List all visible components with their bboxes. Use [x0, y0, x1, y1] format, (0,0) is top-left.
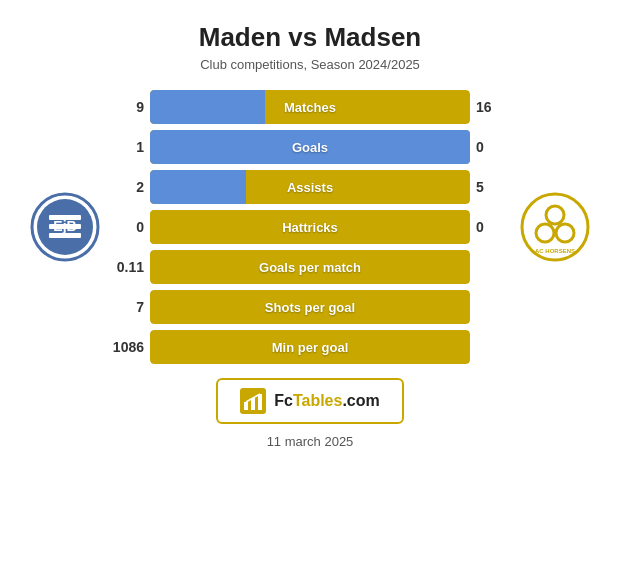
stat-row-goals: 1Goals0 — [110, 130, 510, 164]
fctables-label: FcTables.com — [274, 392, 380, 410]
stat-label-text: Min per goal — [272, 340, 349, 355]
stat-row-assists: 2Assists5 — [110, 170, 510, 204]
svg-text:AC HORSENS: AC HORSENS — [535, 248, 575, 254]
stat-left-num: 1 — [110, 139, 150, 155]
stat-row-shots-per-goal: 7Shots per goal — [110, 290, 510, 324]
stat-bar: Min per goal — [150, 330, 470, 364]
ejb-logo-svg: EjB — [29, 191, 101, 263]
stat-bar: Matches — [150, 90, 470, 124]
stat-bar: Shots per goal — [150, 290, 470, 324]
stat-right-num: 0 — [470, 219, 510, 235]
svg-rect-13 — [244, 402, 248, 410]
stat-row-hattricks: 0Hattricks0 — [110, 210, 510, 244]
stat-label-text: Shots per goal — [265, 300, 355, 315]
stat-bar: Goals per match — [150, 250, 470, 284]
stat-bar: Assists — [150, 170, 470, 204]
stat-bar-fill — [150, 90, 265, 124]
svg-rect-15 — [258, 394, 262, 410]
stat-bar: Hattricks — [150, 210, 470, 244]
stat-label-text: Hattricks — [282, 220, 338, 235]
stat-label-text: Goals — [292, 140, 328, 155]
svg-text:EjB: EjB — [53, 218, 76, 234]
stat-label-text: Assists — [287, 180, 333, 195]
main-section: EjB 9Matches161Goals02Assists50Hattricks… — [20, 90, 600, 364]
stat-left-num: 1086 — [110, 339, 150, 355]
stat-label-text: Matches — [284, 100, 336, 115]
stat-bar: Goals — [150, 130, 470, 164]
stat-bar-fill — [150, 170, 246, 204]
stat-left-num: 7 — [110, 299, 150, 315]
date-label: 11 march 2025 — [267, 434, 354, 449]
subtitle: Club competitions, Season 2024/2025 — [200, 57, 420, 72]
stats-column: 9Matches161Goals02Assists50Hattricks00.1… — [110, 90, 510, 364]
left-team-logo: EjB — [20, 191, 110, 263]
stat-left-num: 2 — [110, 179, 150, 195]
stat-row-goals-per-match: 0.11Goals per match — [110, 250, 510, 284]
fctables-box: FcTables.com — [216, 378, 404, 424]
stat-right-num: 16 — [470, 99, 510, 115]
svg-rect-14 — [251, 398, 255, 410]
stat-left-num: 0.11 — [110, 259, 150, 275]
stat-right-num: 0 — [470, 139, 510, 155]
page-title: Maden vs Madsen — [199, 22, 422, 53]
stat-row-min-per-goal: 1086Min per goal — [110, 330, 510, 364]
stat-left-num: 9 — [110, 99, 150, 115]
fctables-icon — [240, 388, 266, 414]
stat-right-num: 5 — [470, 179, 510, 195]
stat-label-text: Goals per match — [259, 260, 361, 275]
stat-row-matches: 9Matches16 — [110, 90, 510, 124]
stat-left-num: 0 — [110, 219, 150, 235]
horsens-logo-svg: AC HORSENS — [519, 191, 591, 263]
right-team-logo: AC HORSENS — [510, 191, 600, 263]
